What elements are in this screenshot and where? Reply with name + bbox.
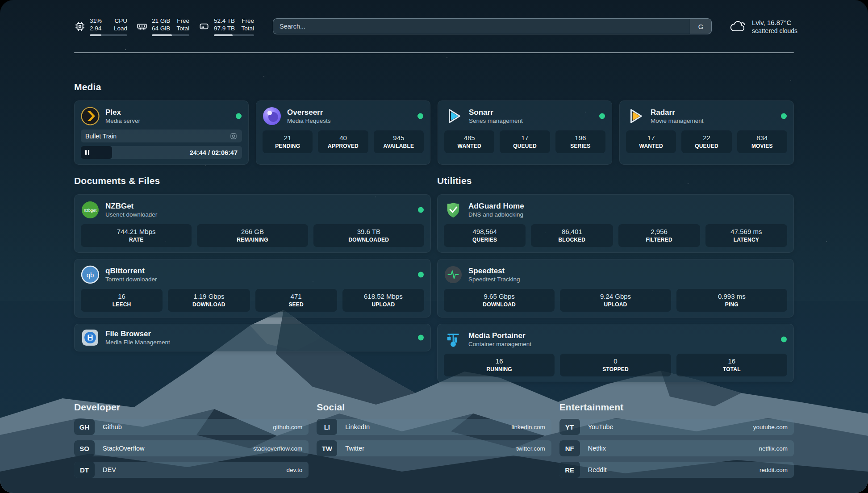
stat-filtered: 2,956 FILTERED: [618, 224, 700, 247]
portainer-logo-icon: [444, 330, 463, 349]
bookmark-name: Github: [103, 423, 122, 430]
cpu-load-value: 2.94: [90, 25, 102, 32]
overseerr-logo-icon: [263, 107, 281, 125]
status-dot: [599, 113, 605, 119]
app-card-filebrowser[interactable]: File Browser Media File Management: [74, 324, 431, 351]
app-description: Media server: [105, 117, 140, 125]
section-entertainment: Entertainment YT YouTube youtube.com NF …: [559, 402, 794, 478]
stat-blocked: 86,401 BLOCKED: [531, 224, 613, 247]
disk-free-value: 52.4 TB: [214, 17, 235, 25]
bookmark-abbr: DT: [74, 462, 95, 478]
app-name: Media Portainer: [468, 331, 531, 340]
filebrowser-logo-icon: [81, 328, 100, 347]
top-bar: 31% 2.94 CPU Load: [74, 13, 797, 40]
qbittorrent-logo-icon: qb: [81, 265, 100, 284]
status-dot: [781, 337, 787, 343]
section-utilities: Utilities: [437, 175, 794, 382]
bookmark-abbr: YT: [559, 419, 580, 435]
stat-download: 1.19 Gbps DOWNLOAD: [168, 289, 250, 312]
cpu-icon: [74, 21, 86, 32]
bookmark-url: github.com: [273, 424, 309, 430]
bookmark-url: linkedin.com: [512, 424, 551, 430]
dashboard-screen: 31% 2.94 CPU Load: [0, 0, 868, 493]
stat-ping: 0.993 ms PING: [676, 289, 787, 312]
app-card-sonarr[interactable]: Sonarr Series management 485 WANTED 17 Q…: [438, 100, 612, 165]
nzbget-logo-icon: nzbget: [81, 201, 100, 219]
bookmark-url: netflix.com: [759, 445, 794, 452]
weather-widget[interactable]: Lviv, 16.87°C scattered clouds: [730, 18, 797, 35]
cloud-icon: [730, 20, 747, 33]
bookmark-linkedin[interactable]: LI LinkedIn linkedin.com: [317, 419, 551, 435]
bookmark-url: youtube.com: [753, 424, 794, 430]
bookmark-twitter[interactable]: TW Twitter twitter.com: [317, 440, 551, 456]
app-description: Container management: [468, 340, 531, 348]
pause-icon[interactable]: [85, 150, 89, 155]
bookmark-netflix[interactable]: NF Netflix netflix.com: [559, 440, 794, 456]
bookmark-abbr: LI: [317, 419, 337, 435]
bookmark-name: Netflix: [588, 445, 606, 452]
stat-total: 16 TOTAL: [676, 354, 787, 376]
bookmark-github[interactable]: GH Github github.com: [74, 419, 309, 435]
bookmark-name: Twitter: [345, 445, 364, 452]
bookmark-stackoverflow[interactable]: SO StackOverflow stackoverflow.com: [74, 440, 309, 456]
app-card-qbittorrent[interactable]: qb qBittorrent Torrent downloader: [74, 259, 431, 318]
status-dot: [418, 272, 424, 278]
status-dot: [418, 335, 424, 341]
cpu-load-label: Load: [114, 25, 127, 32]
weather-summary: Lviv, 16.87°C: [752, 18, 797, 27]
cpu-progress-bar: [90, 34, 127, 36]
bookmark-reddit[interactable]: RE Reddit reddit.com: [559, 462, 794, 478]
stat-downloaded: 39.6 TB DOWNLOADED: [313, 224, 424, 247]
stat-stopped: 0 STOPPED: [560, 354, 671, 376]
stat-leech: 16 LEECH: [81, 289, 163, 312]
app-card-plex[interactable]: Plex Media server Bullet Train: [74, 100, 249, 165]
stat-movies: 834 MOVIES: [737, 130, 787, 153]
bookmark-url: twitter.com: [516, 445, 551, 452]
bookmark-dev[interactable]: DT DEV dev.to: [74, 462, 309, 478]
svg-text:qb: qb: [87, 271, 94, 279]
status-dot: [417, 113, 423, 119]
section-heading-social: Social: [317, 402, 551, 413]
memory-icon: [136, 21, 148, 32]
section-heading-media: Media: [74, 82, 794, 92]
plex-logo-icon: [81, 107, 100, 125]
app-card-portainer[interactable]: Media Portainer Container management 16 …: [437, 324, 794, 382]
app-name: AdGuard Home: [468, 201, 524, 211]
memory-free-value: 21 GiB: [152, 17, 170, 25]
stat-seed: 471 SEED: [255, 289, 337, 312]
section-heading-documents: Documents & Files: [74, 175, 431, 186]
app-name: Sonarr: [469, 108, 523, 117]
plex-progress-bar[interactable]: 24:44 / 02:06:47: [81, 146, 242, 159]
app-description: Media Requests: [287, 117, 331, 125]
radarr-logo-icon: [626, 107, 645, 125]
app-name: NZBGet: [105, 201, 157, 211]
stat-wanted: 17 WANTED: [626, 130, 676, 153]
bookmark-name: DEV: [103, 466, 116, 473]
bookmark-abbr: TW: [317, 440, 337, 456]
section-documents: Documents & Files nzbget: [74, 175, 431, 382]
app-card-nzbget[interactable]: nzbget NZBGet Usenet downloader 74: [74, 194, 431, 253]
memory-widget: 21 GiB 64 GiB Free Total: [136, 17, 189, 36]
section-social: Social LI LinkedIn linkedin.com TW Twitt…: [317, 402, 551, 478]
search-engine-button[interactable]: G: [690, 19, 711, 34]
app-name: File Browser: [105, 329, 170, 338]
sonarr-logo-icon: [444, 107, 463, 125]
plex-now-playing: Bullet Train: [81, 130, 242, 142]
app-name: Speedtest: [468, 266, 520, 276]
app-description: Torrent downloader: [105, 276, 157, 284]
bookmark-youtube[interactable]: YT YouTube youtube.com: [559, 419, 794, 435]
bookmark-abbr: SO: [74, 440, 95, 456]
app-card-speedtest[interactable]: Speedtest Speedtest Tracking 9.65 Gbps D…: [437, 259, 794, 318]
speedtest-logo-icon: [444, 265, 463, 284]
search-input[interactable]: [273, 19, 690, 34]
stat-rate: 744.21 Mbps RATE: [81, 224, 192, 247]
disk-free-label: Free: [241, 17, 254, 25]
disk-total-label: Total: [241, 25, 254, 32]
bookmark-name: LinkedIn: [345, 423, 370, 430]
app-card-overseerr[interactable]: Overseerr Media Requests 21 PENDING 40 A…: [256, 100, 430, 165]
session-icon: [230, 132, 238, 140]
cpu-label: CPU: [114, 17, 127, 25]
disk-total-value: 97.9 TB: [214, 25, 235, 32]
app-card-radarr[interactable]: Radarr Movie management 17 WANTED 22 QUE…: [619, 100, 794, 165]
app-card-adguard[interactable]: AdGuard Home DNS and adblocking 498,564 …: [437, 194, 794, 253]
